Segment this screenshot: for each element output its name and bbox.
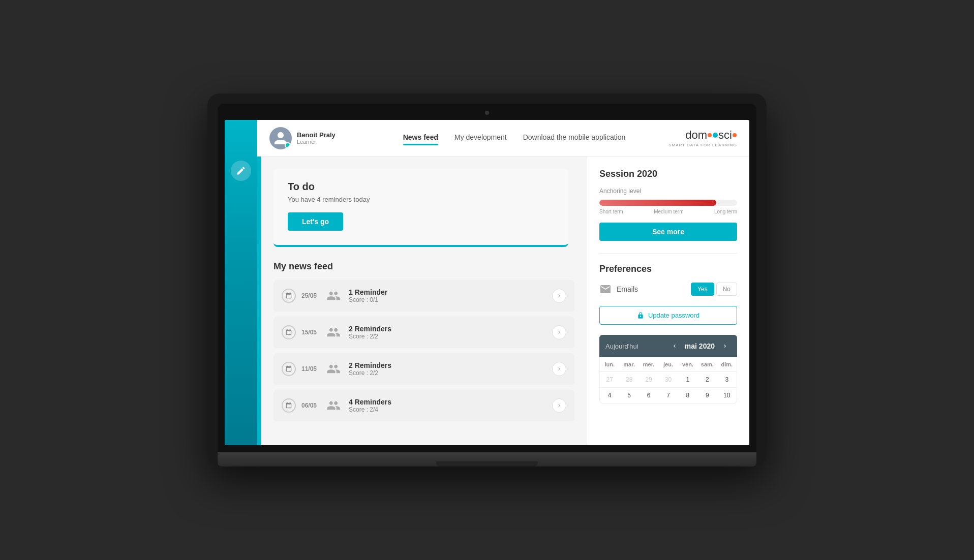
feed-score-2: Score : 2/2 [349, 333, 544, 340]
sidebar [225, 120, 257, 445]
email-yes-button[interactable]: Yes [691, 283, 714, 296]
calendar-week-1: 27 28 29 30 1 2 3 [600, 372, 737, 388]
cal-day-6[interactable]: 6 [639, 388, 658, 403]
update-password-button[interactable]: Update password [599, 306, 737, 325]
feed-date-1: 25/05 [300, 292, 318, 299]
chevron-right-icon [722, 343, 728, 349]
news-feed-title: My news feed [273, 261, 574, 272]
reminder-count-4: 4 Reminders [349, 398, 544, 406]
feed-date-2: 15/05 [300, 329, 318, 336]
label-long-term: Long term [714, 209, 737, 214]
calendar: Aujourd'hui mai 2020 lun. [599, 335, 737, 403]
reminder-count-2: 2 Reminders [349, 325, 544, 333]
feed-item: 15/05 2 Reminders Score : 2/2 [273, 317, 574, 348]
feed-item: 11/05 2 Reminders Score : 2/2 [273, 353, 574, 385]
chevron-left-icon [672, 343, 678, 349]
nav-news-feed[interactable]: News feed [403, 133, 438, 143]
feed-info-2: 2 Reminders Score : 2/2 [349, 325, 544, 340]
cal-day-4[interactable]: 4 [600, 388, 619, 403]
header: Benoit Praly Learner News feed My develo… [257, 120, 749, 157]
feed-date-box-4: 06/05 [282, 398, 318, 413]
feed-date-4: 06/05 [300, 402, 318, 409]
todo-subtitle: You have 4 reminders today [288, 196, 554, 203]
preferences-title: Preferences [599, 264, 737, 274]
cal-day-10[interactable]: 10 [717, 388, 737, 403]
reminder-count-3: 2 Reminders [349, 361, 544, 369]
day-header-sat: sam. [697, 357, 717, 371]
cal-day-8[interactable]: 8 [678, 388, 697, 403]
logo-dot-accent [708, 133, 712, 137]
right-sidebar: Session 2020 Anchoring level Short term … [587, 157, 749, 445]
email-preference-row: Emails Yes No [599, 283, 737, 296]
calendar-week-2: 4 5 6 7 8 9 10 [600, 388, 737, 403]
update-password-label: Update password [648, 312, 699, 319]
logo-eye-accent [713, 133, 718, 138]
anchoring-label: Anchoring level [599, 188, 737, 195]
session-section: Session 2020 Anchoring level Short term … [599, 169, 737, 241]
nav-download-app[interactable]: Download the mobile application [523, 133, 626, 143]
cal-day-30[interactable]: 30 [658, 372, 678, 387]
people-icon-2 [326, 325, 341, 339]
logo-dot2-accent [733, 133, 737, 137]
calendar-header: Aujourd'hui mai 2020 [599, 335, 737, 357]
calendar-icon-2 [282, 325, 296, 339]
feed-chevron-1[interactable] [552, 289, 566, 303]
feed-date-box-3: 11/05 [282, 362, 318, 376]
feed-score-3: Score : 2/2 [349, 369, 544, 377]
todo-card: To do You have 4 reminders today Let's g… [273, 169, 568, 247]
logo: dom sci SMART DATA FOR LEARNING [668, 129, 737, 147]
cal-day-27[interactable]: 27 [600, 372, 619, 387]
email-no-button[interactable]: No [716, 283, 737, 296]
accent-bar [257, 157, 261, 445]
day-header-sun: dim. [717, 357, 737, 371]
cal-day-29[interactable]: 29 [639, 372, 658, 387]
feed-info-3: 2 Reminders Score : 2/2 [349, 361, 544, 377]
cal-day-1[interactable]: 1 [678, 372, 697, 387]
section-divider [599, 253, 737, 254]
feed-chevron-4[interactable] [552, 398, 566, 413]
day-header-wed: mer. [639, 357, 658, 371]
feed-date-3: 11/05 [300, 365, 318, 372]
feed-chevron-2[interactable] [552, 325, 566, 339]
session-title: Session 2020 [599, 169, 737, 179]
email-icon [599, 283, 612, 295]
cal-day-3[interactable]: 3 [717, 372, 737, 387]
lets-go-button[interactable]: Let's go [288, 212, 343, 231]
email-label: Emails [617, 285, 686, 293]
calendar-next-button[interactable] [719, 340, 731, 352]
day-header-tue: mar. [619, 357, 638, 371]
people-icon-1 [326, 289, 341, 303]
cal-day-9[interactable]: 9 [697, 388, 717, 403]
feed-date-box-2: 15/05 [282, 325, 318, 339]
day-header-thu: jeu. [658, 357, 678, 371]
content-area: To do You have 4 reminders today Let's g… [261, 157, 587, 445]
people-icon-4 [326, 398, 341, 413]
calendar-icon-1 [282, 289, 296, 303]
status-indicator [285, 142, 291, 148]
feed-item: 06/05 4 Reminders Score : 2/4 [273, 390, 574, 421]
progress-bar-wrap [599, 200, 737, 206]
feed-item: 25/05 1 Reminder Score : 0/1 [273, 280, 574, 312]
reminder-count-1: 1 Reminder [349, 288, 544, 296]
logo-subtitle: SMART DATA FOR LEARNING [668, 143, 737, 147]
calendar-icon-3 [282, 362, 296, 376]
sidebar-edit-icon[interactable] [231, 161, 251, 181]
day-header-mon: lun. [600, 357, 619, 371]
progress-labels: Short term Medium term Long term [599, 209, 737, 214]
email-toggle-group: Yes No [691, 283, 737, 296]
calendar-month-label: mai 2020 [685, 342, 715, 350]
people-icon-3 [326, 362, 341, 376]
label-medium-term: Medium term [654, 209, 683, 214]
feed-info-1: 1 Reminder Score : 0/1 [349, 288, 544, 303]
todo-title: To do [288, 181, 554, 193]
cal-day-2[interactable]: 2 [697, 372, 717, 387]
cal-day-7[interactable]: 7 [658, 388, 678, 403]
preferences-section: Preferences Emails Yes No [599, 264, 737, 296]
calendar-prev-button[interactable] [668, 340, 681, 352]
nav-my-development[interactable]: My development [454, 133, 507, 143]
feed-chevron-3[interactable] [552, 362, 566, 376]
cal-day-5[interactable]: 5 [619, 388, 638, 403]
feed-list: 25/05 1 Reminder Score : 0/1 [273, 280, 574, 425]
cal-day-28[interactable]: 28 [619, 372, 638, 387]
see-more-button[interactable]: See more [599, 223, 737, 241]
